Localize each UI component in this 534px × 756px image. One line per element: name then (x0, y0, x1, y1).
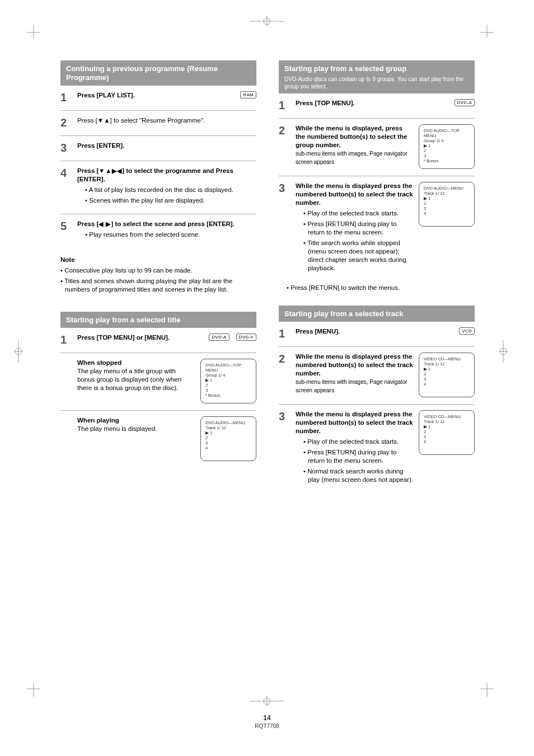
left-column: Continuing a previous programme (Resume … (60, 60, 256, 642)
osd-display-preview: VIDEO CD—MENU Track 1/ 12 ▶ 1 2 3 4 (419, 410, 475, 455)
arrow-icons: ▼▲▶◀ (99, 167, 122, 174)
step-number: 1 (279, 327, 291, 340)
disc-badge-dvdv: DVD-V (236, 334, 256, 341)
section-header-resume-programme: Continuing a previous programme (Resume … (60, 60, 256, 86)
disc-badge-ram: RAM (240, 91, 256, 98)
step-number: 1 (279, 99, 291, 111)
step-3: 3 Press [ENTER]. (60, 136, 256, 161)
step-number: 5 (60, 220, 73, 232)
right-column: Starting play from a selected group DVD-… (279, 60, 475, 642)
disc-badge-dvda: DVD-A (209, 334, 229, 341)
osd-display-preview: DVD AUDIO—MENU Track 1/ 12 ▶ 1 2 3 4 (419, 182, 475, 227)
step-number: 1 (60, 91, 73, 104)
osd-display-preview: VIDEO CD—MENU Track 1/ 12 ▶ 1 2 3 4 (419, 353, 475, 397)
step-1: 1 Press [MENU]. VCD (279, 322, 475, 347)
step-1: 1 Press [PLAY LIST]. RAM (60, 86, 256, 111)
substep-when-stopped: When stopped The play menu of a title gr… (60, 353, 256, 411)
osd-display-preview: DVD AUDIO—TOP MENU Group 1/ 4 ▶ 1 2 3 * … (200, 359, 256, 403)
section-header-selected-group: Starting play from a selected group DVD-… (279, 60, 475, 93)
section-header-selected-track: Starting play from a selected track (279, 306, 475, 322)
step-text: Press [ENTER]. (77, 142, 256, 150)
step-number: 2 (279, 124, 291, 137)
step-2: 2 While the menu is displayed press the … (279, 347, 475, 405)
step-number: 3 (279, 182, 291, 194)
crop-corner-bl (18, 674, 40, 697)
crop-corner-tr (480, 25, 503, 47)
step-text: Press [▼▲▶◀] to select the programme and… (77, 167, 256, 207)
osd-display-preview: DVD AUDIO—TOP MENU Group 1/ 4 ▶ 1 2 3 * … (419, 124, 475, 169)
step-2: 2 While the menu is displayed, press the… (279, 119, 475, 176)
section-header-selected-title: Starting play from a selected title (60, 312, 256, 328)
step-3: 3 While the menu is displayed press the … (279, 405, 475, 493)
step-text: Press [▼▲] to select "Resume Programme". (77, 116, 256, 125)
step-number: 1 (60, 334, 73, 346)
disc-badge-dvda: DVD-A (455, 99, 475, 106)
step-text: Press [PLAY LIST]. (77, 91, 135, 100)
footer-label: RQT7708 (255, 723, 279, 729)
step-5: 5 Press [◀ ▶] to select the scene and pr… (60, 214, 256, 248)
step-number: 3 (279, 410, 291, 422)
step-number: 2 (60, 116, 73, 129)
crop-mark-left (10, 340, 27, 363)
crop-mark-top (250, 16, 284, 27)
step-number: 2 (279, 353, 291, 365)
step-1: 1 Press [TOP MENU]. DVD-A (279, 93, 475, 119)
page-number: 14 (255, 714, 279, 722)
crop-corner-tl (18, 25, 40, 47)
step-number: 4 (60, 167, 73, 179)
page-footer: 14 RQT7708 (255, 714, 279, 729)
step-text: Press [◀ ▶] to select the scene and pres… (77, 220, 256, 241)
disc-badge-vcd: VCD (459, 327, 475, 335)
step-2: 2 Press [▼▲] to select "Resume Programme… (60, 111, 256, 136)
note-block: Note Consecutive play lists up to 99 can… (60, 256, 256, 296)
step-text: Press [TOP MENU]. (296, 99, 355, 107)
step-4: 4 Press [▼▲▶◀] to select the programme a… (60, 161, 256, 214)
step-number: 3 (60, 142, 73, 154)
crop-corner-br (480, 674, 503, 697)
step-text: Press [MENU]. (296, 327, 340, 336)
crop-mark-bottom (250, 696, 284, 707)
crop-mark-right (495, 340, 512, 363)
step-text: Press [TOP MENU] or [MENU]. (77, 334, 170, 342)
note-line: Press [RETURN] to switch the menus. (279, 284, 475, 292)
osd-display-preview: DVD AUDIO—MENU Track 1/ 12 ▶ 1 2 3 4 (200, 416, 256, 461)
step-1: 1 Press [TOP MENU] or [MENU]. DVD-A DVD-… (60, 328, 256, 353)
substep-when-playing: When playing The play menu is displayed.… (60, 411, 256, 468)
step-3: 3 While the menu is displayed press the … (279, 176, 475, 281)
